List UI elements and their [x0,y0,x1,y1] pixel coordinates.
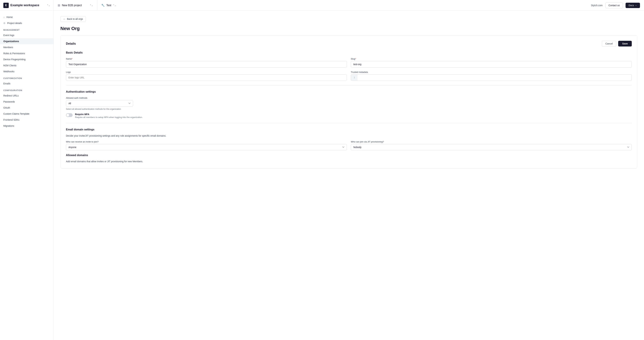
sidebar-item-custom-claims[interactable]: Custom Claims Template [0,111,54,117]
sidebar-item-label: Migrations [3,125,14,127]
sidebar-item-label: Passwords [3,100,15,103]
sidebar-item-migrations[interactable]: Migrations [0,123,54,129]
sidebar-item-device-fp[interactable]: Device Fingerprinting [0,56,54,63]
project-selector[interactable]: ⊞ New B2B project ⌃⌄ [54,0,97,11]
invite-group: Who can receive an invite to join? Anyon… [66,140,347,150]
invite-select[interactable]: Anyone [66,144,347,150]
allowed-auth-select[interactable]: All [66,100,133,107]
require-mfa-labels: Require MFA Require all members to setup… [75,113,143,119]
auth-settings-section: Authentication settings Allowed auth met… [66,90,632,119]
sidebar-item-event-logs[interactable]: Event logs [0,32,54,38]
workspace-chevron-icon: ⌃⌄ [47,4,50,7]
workspace-logo: E [3,3,9,8]
require-mfa-desc: Require all members to setup MFA when lo… [75,116,143,119]
sidebar-section-configuration: Configuration [0,87,54,93]
sidebar-item-passwords[interactable]: Passwords [0,99,54,105]
slug-label: Slug* [351,58,632,60]
metadata-input[interactable] [358,74,632,81]
page-title: New Org [60,26,637,31]
env-name: Test [106,4,111,7]
stytch-link[interactable]: Stytch.com [591,4,602,7]
sidebar-item-label: OAuth [3,106,10,109]
slug-input[interactable] [351,61,632,68]
sidebar-item-label: Device Fingerprinting [3,58,26,61]
card-header: Details Cancel Save [66,41,632,47]
sidebar: ⌂ Home ⚙ Project details Management Even… [0,11,54,340]
email-domain-desc: Decide your Invite/JIT provisioning sett… [66,134,632,137]
home-icon: ⌂ [3,16,5,19]
toggle-thumb [66,114,69,117]
name-input[interactable] [66,61,347,68]
jit-label: Who can join via JIT provisioning? [351,140,632,143]
sidebar-item-oauth[interactable]: OAuth [0,105,54,111]
jit-group: Who can join via JIT provisioning? Nobod… [351,140,632,150]
workspace-selector[interactable]: E Example workspace ⌃⌄ [0,0,54,11]
basic-details-section: Basic Details Name* Slug* [66,51,632,81]
divider-1 [66,85,632,86]
logo-label: Logo [66,71,347,73]
name-slug-row: Name* Slug* [66,58,632,68]
slug-group: Slug* [351,58,632,68]
sidebar-item-label: Organizations [3,40,19,43]
sidebar-item-members[interactable]: Members [0,44,54,50]
sidebar-item-webhooks[interactable]: Webhooks [0,69,54,75]
allowed-auth-label: Allowed auth methods [66,97,133,99]
invite-label: Who can receive an invite to join? [66,140,347,143]
logo-input[interactable] [66,74,347,81]
sidebar-item-roles[interactable]: Roles & Permissions [0,50,54,56]
sidebar-item-m2m[interactable]: M2M Clients [0,63,54,69]
sidebar-item-home[interactable]: ⌂ Home [0,14,54,20]
gear-icon: ⚙ [3,22,6,25]
slug-required: * [355,58,356,60]
auth-settings-title: Authentication settings [66,90,632,93]
sidebar-item-redirect-urls[interactable]: Redirect URLs [0,93,54,99]
cancel-button[interactable]: Cancel [602,41,616,47]
sidebar-item-label: Project details [7,22,22,25]
main-content: ← Back to all orgs New Org Details Cance… [54,11,644,340]
require-mfa-toggle[interactable] [66,113,72,117]
sidebar-section-management: Management [0,26,54,32]
allowed-domains-title: Allowed domains [66,154,632,157]
docs-button[interactable]: Docs → [626,3,640,8]
divider-2 [66,123,632,123]
auth-methods-group: Allowed auth methods All [66,97,133,107]
save-button[interactable]: Save [618,41,632,47]
card-actions: Cancel Save [602,41,632,47]
sidebar-item-label: Event logs [3,34,14,37]
project-name: New B2B project [62,4,88,7]
logo-group: Logo [66,71,347,81]
name-group: Name* [66,58,347,68]
sidebar-section-customization: Customization [0,75,54,81]
logo-metadata-row: Logo Trusted metadata 1 [66,71,632,81]
sidebar-item-label: Frontend SDKs [3,119,20,121]
top-nav: E Example workspace ⌃⌄ ⊞ New B2B project… [0,0,644,11]
sidebar-item-label: Emails [3,82,10,85]
basic-details-title: Basic Details [66,51,632,54]
back-button[interactable]: ← Back to all orgs [60,16,86,22]
project-chevron-icon: ⌃⌄ [90,4,93,7]
jit-select[interactable]: Nobody [351,144,632,150]
project-icon: ⊞ [58,4,60,7]
contact-button[interactable]: Contact us [605,3,623,8]
invite-jit-row: Who can receive an invite to join? Anyon… [66,140,632,150]
metadata-input-wrapper: 1 [351,74,632,81]
metadata-group: Trusted metadata 1 [351,71,632,81]
details-card: Details Cancel Save Basic Details Name* [60,35,637,168]
sidebar-item-organizations[interactable]: Organizations [0,38,54,44]
sidebar-item-emails[interactable]: Emails [0,81,54,87]
name-required: * [72,58,72,60]
env-selector[interactable]: 🔧 Test ⌃⌄ [97,0,120,11]
sidebar-item-label: Members [3,46,13,49]
allowed-domains-desc: Add email domains that allow invites or … [66,160,632,163]
sidebar-item-label: Custom Claims Template [3,112,29,115]
back-arrow-icon: ← [63,18,66,20]
sidebar-item-frontend-sdks[interactable]: Frontend SDKs [0,117,54,123]
email-domain-section: Email domain settings Decide your Invite… [66,128,632,163]
sidebar-item-project-details[interactable]: ⚙ Project details [0,20,54,26]
sidebar-item-label: Webhooks [3,70,14,73]
sidebar-item-label: M2M Clients [3,64,16,67]
sidebar-item-label: Home [6,16,12,19]
card-title: Details [66,42,76,46]
nav-right: Stytch.com Contact us Docs → [591,0,644,11]
auth-help-text: Select all allowed authentication method… [66,108,632,110]
